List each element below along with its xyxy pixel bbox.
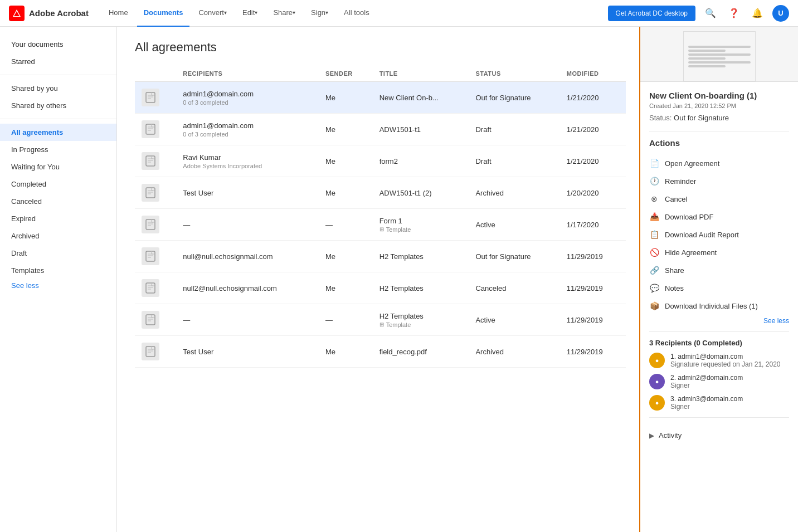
row-recipient: admin1@domain.com [183, 121, 312, 130]
col-icon [135, 66, 176, 82]
action-download-audit[interactable]: 📋 Download Audit Report [649, 226, 789, 243]
share-icon: 🔗 [649, 265, 659, 275]
row-doc-icon [142, 89, 159, 106]
action-cancel[interactable]: ⊗ Cancel [649, 190, 789, 208]
row-title: H2 Templates [379, 284, 463, 292]
main-layout: Your documents Starred Shared by you Sha… [0, 27, 798, 532]
table-row[interactable]: — — H2 Templates ⊞ Template Active 11/29… [135, 304, 626, 336]
sidebar-item-shared-by-you[interactable]: Shared by you [0, 80, 116, 97]
panel-created: Created Jan 21, 2020 12:52 PM [649, 103, 789, 109]
row-recipient: Ravi Kumar [183, 153, 312, 162]
row-status: Active [469, 304, 559, 336]
sidebar-item-your-documents[interactable]: Your documents [0, 36, 116, 53]
action-reminder[interactable]: 🕐 Reminder [649, 172, 789, 190]
nav-all-tools[interactable]: All tools [337, 0, 376, 27]
row-title: New Client On-b... [379, 94, 463, 102]
action-open-agreement[interactable]: 📄 Open Agreement [649, 154, 789, 172]
sidebar-item-completed[interactable]: Completed [0, 175, 116, 193]
row-status: Archived [469, 177, 559, 209]
sidebar-item-shared-by-others[interactable]: Shared by others [0, 97, 116, 114]
table-row[interactable]: — — Form 1 ⊞ Template Active 1/17/2020 [135, 209, 626, 241]
row-title: form2 [379, 157, 463, 165]
app-name: Adobe Acrobat [29, 8, 89, 18]
row-title: field_recog.pdf [379, 348, 463, 356]
recipient-avatar-2: ● [649, 374, 665, 389]
nav-sign[interactable]: Sign [304, 0, 335, 27]
row-modified: 1/21/2020 [560, 82, 626, 114]
adobe-icon [9, 6, 25, 21]
sidebar-item-waiting-for-you[interactable]: Waiting for You [0, 158, 116, 175]
sidebar-item-draft[interactable]: Draft [0, 245, 116, 262]
get-acrobat-button[interactable]: Get Acrobat DC desktop [608, 6, 695, 21]
row-recipient: — [183, 316, 312, 324]
panel-divider-3 [649, 417, 789, 418]
table-row[interactable]: Test User Me ADW1501-t1 (2) Archived 1/2… [135, 177, 626, 209]
table-row[interactable]: null2@null.echosignmail.com Me H2 Templa… [135, 272, 626, 304]
row-doc-icon [142, 152, 159, 170]
action-notes[interactable]: 💬 Notes [649, 279, 789, 297]
recipient-row-2: ● 2. admin2@domain.com Signer [649, 374, 789, 389]
table-row[interactable]: null@null.echosignmail.com Me H2 Templat… [135, 241, 626, 272]
recipient-row-3: ● 3. admin3@domain.com Signer [649, 395, 789, 411]
panel-divider-2 [649, 331, 789, 332]
sidebar-item-expired[interactable]: Expired [0, 210, 116, 227]
sidebar-see-less[interactable]: See less [0, 279, 116, 294]
agreements-table: RECIPIENTS SENDER TITLE STATUS MODIFIED [135, 66, 626, 368]
row-modified: 11/29/2019 [560, 272, 626, 304]
help-icon[interactable]: ❓ [726, 5, 742, 22]
row-modified: 1/21/2020 [560, 114, 626, 145]
row-status: Canceled [469, 272, 559, 304]
svg-rect-20 [146, 251, 155, 261]
avatar[interactable]: U [772, 5, 789, 22]
panel-title: New Client On-boarding (1) [649, 91, 789, 100]
col-modified: MODIFIED [560, 66, 626, 82]
row-title: Form 1 [379, 217, 463, 225]
sidebar-item-all-agreements[interactable]: All agreements [0, 124, 116, 141]
row-doc-icon [142, 120, 159, 138]
sidebar: Your documents Starred Shared by you Sha… [0, 27, 117, 532]
nav-documents[interactable]: Documents [137, 0, 190, 27]
row-sender: — [319, 209, 373, 241]
recipient-email-1: 1. admin1@domain.com [670, 353, 780, 360]
notification-icon[interactable]: 🔔 [749, 5, 766, 22]
actions-title: Actions [649, 138, 789, 148]
row-sender: Me [319, 177, 373, 209]
svg-rect-8 [146, 156, 155, 166]
actions-see-less[interactable]: See less [649, 317, 789, 325]
row-modified: 11/29/2019 [560, 241, 626, 272]
nav-share[interactable]: Share [266, 0, 302, 27]
status-label: Status: [649, 114, 674, 122]
table-row[interactable]: admin1@domain.com 0 of 3 completed Me Ne… [135, 82, 626, 114]
nav-edit[interactable]: Edit [236, 0, 264, 27]
row-title-sub: ⊞ Template [379, 321, 463, 328]
svg-rect-32 [146, 346, 155, 357]
row-doc-icon [142, 216, 159, 233]
table-row[interactable]: admin1@domain.com 0 of 3 completed Me AD… [135, 114, 626, 145]
template-icon: ⊞ [379, 321, 384, 328]
action-download-pdf[interactable]: 📥 Download PDF [649, 208, 789, 226]
activity-section[interactable]: ▶ Activity [649, 424, 789, 446]
clock-icon: 🕐 [649, 176, 659, 186]
table-row[interactable]: Test User Me field_recog.pdf Archived 11… [135, 336, 626, 368]
sidebar-item-archived[interactable]: Archived [0, 227, 116, 245]
sidebar-item-in-progress[interactable]: In Progress [0, 141, 116, 158]
action-hide[interactable]: 🚫 Hide Agreement [649, 243, 789, 261]
row-status: Out for Signature [469, 82, 559, 114]
sidebar-item-starred[interactable]: Starred [0, 53, 116, 70]
row-title: H2 Templates [379, 252, 463, 261]
action-download-individual[interactable]: 📦 Download Individual Files (1) [649, 297, 789, 315]
search-icon[interactable]: 🔍 [702, 5, 719, 22]
sidebar-item-templates[interactable]: Templates [0, 262, 116, 279]
recipients-title: 3 Recipients (0 Completed) [649, 339, 789, 347]
action-share[interactable]: 🔗 Share [649, 261, 789, 279]
row-modified: 1/21/2020 [560, 145, 626, 177]
row-status: Out for Signature [469, 241, 559, 272]
nav-home[interactable]: Home [102, 0, 135, 27]
recipient-role-3: Signer [670, 403, 743, 411]
sidebar-item-canceled[interactable]: Canceled [0, 193, 116, 210]
panel-divider-1 [649, 131, 789, 131]
sidebar-divider-2 [0, 119, 116, 119]
nav-convert[interactable]: Convert [192, 0, 233, 27]
table-row[interactable]: Ravi Kumar Adobe Systems Incorporated Me… [135, 145, 626, 177]
page-title: All agreements [135, 40, 626, 55]
